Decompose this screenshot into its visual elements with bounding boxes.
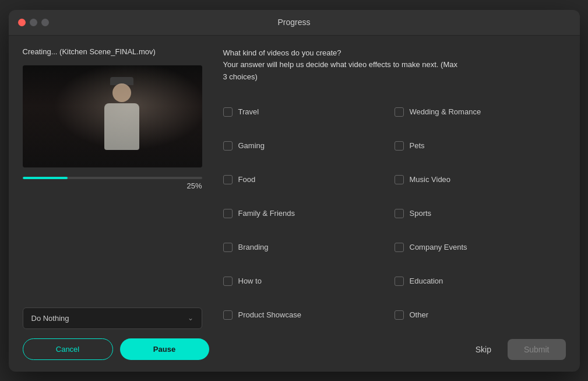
checkbox-howto[interactable] bbox=[223, 277, 233, 286]
completion-dropdown[interactable]: Do Nothing ⌄ bbox=[23, 307, 202, 329]
progress-percent: 25% bbox=[23, 181, 202, 190]
dropdown-container: Do Nothing ⌄ bbox=[23, 307, 202, 329]
right-panel: What kind of videos do you create? Your … bbox=[223, 47, 566, 360]
chevron-down-icon: ⌄ bbox=[188, 314, 193, 322]
head bbox=[112, 83, 131, 102]
checkbox-label-other: Other bbox=[410, 310, 429, 319]
bottom-actions: Skip Submit bbox=[223, 339, 566, 360]
dropdown-value: Do Nothing bbox=[31, 314, 69, 323]
checkbox-label-sports: Sports bbox=[410, 209, 432, 218]
checkbox-label-gaming: Gaming bbox=[238, 141, 265, 150]
cancel-button[interactable]: Cancel bbox=[23, 338, 113, 360]
checkbox-item-education[interactable]: Education bbox=[395, 264, 566, 298]
checkbox-item-music[interactable]: Music Video bbox=[395, 163, 566, 197]
checkbox-item-pets[interactable]: Pets bbox=[395, 129, 566, 163]
checkbox-company[interactable] bbox=[395, 243, 404, 252]
checkbox-item-branding[interactable]: Branding bbox=[223, 230, 395, 264]
pause-button[interactable]: Pause bbox=[120, 338, 209, 360]
progress-track bbox=[23, 177, 202, 179]
main-window: Progress Creating... (Kitchen Scene_FINA… bbox=[9, 10, 580, 372]
checkbox-wedding[interactable] bbox=[395, 107, 404, 117]
checkbox-item-travel[interactable]: Travel bbox=[223, 95, 395, 129]
main-content: Creating... (Kitchen Scene_FINAL.mov) 25… bbox=[9, 36, 580, 372]
progress-container: 25% bbox=[23, 177, 202, 190]
checkbox-item-product[interactable]: Product Showcase bbox=[223, 298, 395, 332]
checkbox-music[interactable] bbox=[395, 175, 404, 184]
left-panel: Creating... (Kitchen Scene_FINAL.mov) 25… bbox=[23, 47, 209, 360]
close-button[interactable] bbox=[18, 19, 26, 26]
action-buttons: Cancel Pause bbox=[23, 338, 209, 360]
checkbox-item-wedding[interactable]: Wedding & Romance bbox=[395, 95, 566, 129]
checkbox-label-music: Music Video bbox=[410, 175, 451, 184]
checkbox-item-company[interactable]: Company Events bbox=[395, 230, 566, 264]
checkbox-education[interactable] bbox=[395, 277, 404, 286]
checkbox-label-product: Product Showcase bbox=[238, 310, 301, 319]
checkbox-other[interactable] bbox=[395, 310, 404, 320]
checkbox-sports[interactable] bbox=[395, 209, 404, 218]
question-text: What kind of videos do you create? Your … bbox=[223, 47, 566, 83]
checkbox-product[interactable] bbox=[223, 310, 233, 320]
title-bar: Progress bbox=[9, 10, 580, 36]
checkbox-travel[interactable] bbox=[223, 107, 233, 117]
checkbox-label-branding: Branding bbox=[238, 243, 269, 251]
checkbox-label-food: Food bbox=[238, 175, 256, 184]
person-figure bbox=[96, 75, 148, 163]
video-thumbnail bbox=[23, 65, 202, 167]
checkbox-branding[interactable] bbox=[223, 243, 233, 252]
checkbox-label-howto: How to bbox=[238, 277, 262, 285]
checkbox-family[interactable] bbox=[223, 209, 233, 218]
checkbox-label-company: Company Events bbox=[410, 243, 467, 251]
checkbox-label-travel: Travel bbox=[238, 107, 259, 116]
checkbox-gaming[interactable] bbox=[223, 141, 233, 151]
checkbox-item-howto[interactable]: How to bbox=[223, 264, 395, 298]
checkbox-item-food[interactable]: Food bbox=[223, 163, 395, 197]
checkbox-food[interactable] bbox=[223, 175, 233, 184]
minimize-button[interactable] bbox=[30, 19, 37, 26]
checkbox-item-other[interactable]: Other bbox=[395, 298, 566, 332]
maximize-button[interactable] bbox=[41, 19, 49, 26]
checkbox-item-family[interactable]: Family & Friends bbox=[223, 197, 395, 230]
body bbox=[104, 103, 139, 150]
skip-button[interactable]: Skip bbox=[469, 340, 498, 359]
checkbox-label-education: Education bbox=[410, 277, 443, 285]
creating-label: Creating... (Kitchen Scene_FINAL.mov) bbox=[23, 47, 209, 56]
window-title: Progress bbox=[277, 18, 310, 27]
checkboxes-grid: Travel Wedding & Romance Gaming Pets bbox=[223, 95, 566, 332]
checkbox-item-gaming[interactable]: Gaming bbox=[223, 129, 395, 163]
traffic-lights bbox=[18, 19, 49, 26]
progress-fill bbox=[23, 177, 68, 179]
submit-button[interactable]: Submit bbox=[508, 339, 566, 360]
checkbox-label-wedding: Wedding & Romance bbox=[410, 107, 481, 116]
video-preview bbox=[23, 65, 202, 167]
checkbox-item-sports[interactable]: Sports bbox=[395, 197, 566, 230]
checkbox-label-pets: Pets bbox=[410, 141, 425, 150]
checkbox-pets[interactable] bbox=[395, 141, 404, 151]
checkbox-label-family: Family & Friends bbox=[238, 209, 295, 218]
